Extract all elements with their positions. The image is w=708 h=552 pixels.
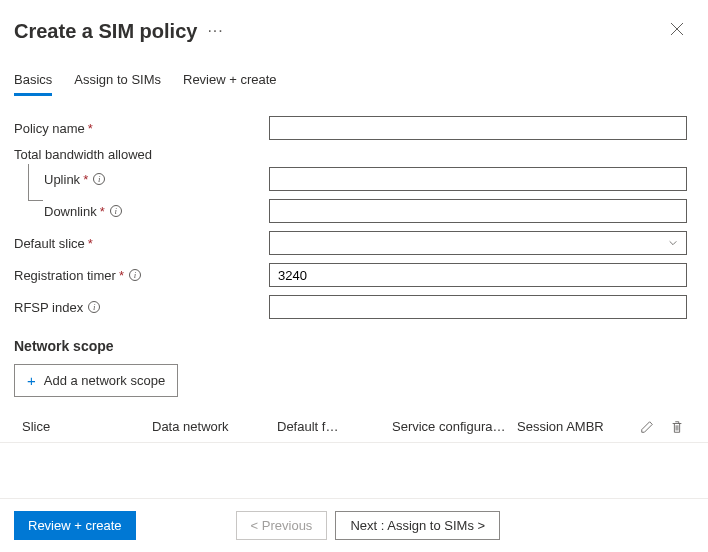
downlink-label: Downlink — [44, 204, 97, 219]
column-data-network: Data network — [152, 419, 277, 434]
review-create-button[interactable]: Review + create — [14, 511, 136, 540]
edit-icon[interactable] — [640, 420, 654, 434]
uplink-input[interactable] — [269, 167, 687, 191]
more-icon[interactable]: ··· — [207, 22, 223, 40]
default-slice-select[interactable] — [269, 231, 687, 255]
column-default-f: Default f… — [277, 419, 392, 434]
previous-button: < Previous — [236, 511, 328, 540]
tab-assign-to-sims[interactable]: Assign to SIMs — [74, 72, 161, 96]
info-icon[interactable]: i — [88, 301, 100, 313]
required-indicator: * — [88, 121, 93, 136]
page-title: Create a SIM policy — [14, 20, 197, 43]
tab-basics[interactable]: Basics — [14, 72, 52, 96]
policy-name-input[interactable] — [269, 116, 687, 140]
next-button[interactable]: Next : Assign to SIMs > — [335, 511, 500, 540]
plus-icon: + — [27, 372, 36, 389]
required-indicator: * — [88, 236, 93, 251]
rfsp-index-label: RFSP index — [14, 300, 83, 315]
registration-timer-input[interactable] — [269, 263, 687, 287]
default-slice-label: Default slice — [14, 236, 85, 251]
rfsp-index-input[interactable] — [269, 295, 687, 319]
column-slice: Slice — [22, 419, 152, 434]
column-session-ambr: Session AMBR — [517, 419, 627, 434]
required-indicator: * — [100, 204, 105, 219]
registration-timer-label: Registration timer — [14, 268, 116, 283]
required-indicator: * — [119, 268, 124, 283]
info-icon[interactable]: i — [110, 205, 122, 217]
chevron-down-icon — [668, 238, 678, 248]
close-icon[interactable] — [666, 18, 688, 44]
bandwidth-group-label: Total bandwidth allowed — [14, 147, 694, 162]
uplink-label: Uplink — [44, 172, 80, 187]
info-icon[interactable]: i — [93, 173, 105, 185]
add-network-scope-label: Add a network scope — [44, 373, 165, 388]
column-service-config: Service configura… — [392, 419, 517, 434]
network-scope-heading: Network scope — [14, 338, 694, 354]
tab-review-create[interactable]: Review + create — [183, 72, 277, 96]
policy-name-label: Policy name — [14, 121, 85, 136]
downlink-input[interactable] — [269, 199, 687, 223]
tab-bar: Basics Assign to SIMs Review + create — [0, 44, 708, 97]
add-network-scope-button[interactable]: + Add a network scope — [14, 364, 178, 397]
info-icon[interactable]: i — [129, 269, 141, 281]
delete-icon[interactable] — [670, 420, 684, 434]
required-indicator: * — [83, 172, 88, 187]
network-scope-table-header: Slice Data network Default f… Service co… — [0, 397, 708, 443]
